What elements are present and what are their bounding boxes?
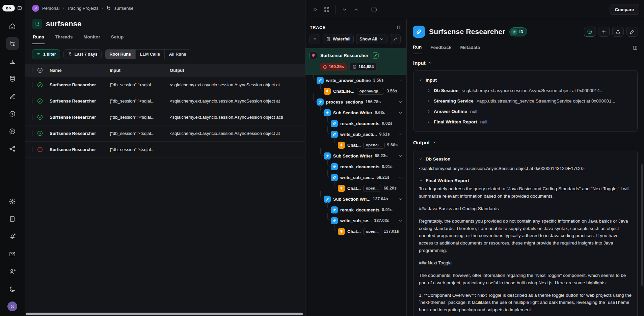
trace-node[interactable]: rerank_documents 0.01s	[305, 161, 406, 172]
trace-node[interactable]: ✳ ChatLite... openai/gp... 3.56s	[305, 86, 406, 96]
sidebar-item-annotation[interactable]	[6, 90, 19, 103]
trace-node[interactable]: write_sub_sec... 68.21s	[305, 172, 406, 183]
run-name[interactable]: Surfsense Researcher	[50, 82, 110, 87]
table-row[interactable]: Surfsense Researcher {"db_session":"<sql…	[25, 109, 305, 125]
output-section-header[interactable]: Output	[413, 140, 638, 145]
sidebar-item-monitoring[interactable]	[6, 55, 19, 67]
sidebar-item-datasets[interactable]	[6, 72, 19, 85]
sidebar-item-notifications[interactable]	[6, 230, 19, 243]
input-section-header[interactable]: Input	[413, 60, 638, 66]
sidebar-item-invite[interactable]	[6, 265, 19, 278]
next-run-button[interactable]	[340, 4, 350, 15]
filter-count-button[interactable]: 1 filter	[32, 49, 60, 59]
trace-node[interactable]: write_sub_se... 137.02s	[305, 215, 406, 226]
trace-filter-button[interactable]	[310, 34, 320, 44]
chevron-down-icon[interactable]	[398, 175, 403, 180]
segment-llm-calls[interactable]: LLM Calls	[136, 50, 165, 59]
chevron-down-icon[interactable]	[398, 100, 403, 104]
chevron-down-icon[interactable]	[398, 219, 403, 223]
collapse-panel-button[interactable]	[310, 4, 320, 15]
tab-setup[interactable]: Setup	[111, 34, 124, 44]
tab-monitor[interactable]: Monitor	[83, 34, 101, 44]
sidebar-item-deployments[interactable]	[6, 142, 19, 155]
share-run-button[interactable]	[612, 27, 624, 37]
chevron-down-icon[interactable]	[398, 111, 403, 115]
breadcrumb-tracing-projects[interactable]: Tracing Projects	[67, 6, 98, 11]
table-row[interactable]: Surfsense Researcher {"db_session":"<sql…	[25, 142, 305, 158]
sidebar-item-mail[interactable]	[6, 248, 19, 260]
column-header-output[interactable]: Output	[170, 68, 305, 73]
trace-node[interactable]: rerank_documents 0.01s	[305, 204, 406, 215]
tab-threads[interactable]: Threads	[55, 34, 73, 44]
waterfall-button[interactable]: Waterfall	[323, 34, 354, 44]
expand-fullscreen-button[interactable]	[322, 4, 332, 15]
input-field-row[interactable]: Final Written Report null	[419, 117, 632, 127]
sidebar-item-settings[interactable]	[6, 195, 19, 208]
trace-node[interactable]: Sub Section Writer 9.63s	[305, 107, 406, 118]
run-name[interactable]: Surfsense Researcher	[50, 115, 110, 120]
row-checkbox[interactable]	[32, 82, 32, 88]
split-view-icon[interactable]	[632, 45, 638, 51]
workspace-avatar[interactable]	[32, 5, 39, 12]
chevron-down-icon[interactable]	[398, 132, 403, 137]
chevron-down-icon[interactable]	[398, 197, 403, 201]
output-field-row[interactable]: Db Session	[419, 154, 632, 164]
segment-root-runs[interactable]: Root Runs	[105, 50, 136, 59]
row-checkbox[interactable]	[32, 98, 32, 104]
add-to-dataset-button[interactable]	[598, 27, 610, 37]
sidebar-item-playground[interactable]	[6, 125, 19, 138]
tab-runs[interactable]: Runs	[32, 34, 45, 44]
tab-feedback[interactable]: Feedback	[430, 45, 451, 54]
vertical-scrollbar[interactable]	[641, 164, 643, 286]
column-header-input[interactable]: Input	[110, 68, 170, 73]
horizontal-scrollbar[interactable]	[26, 313, 303, 315]
breadcrumb-personal[interactable]: Personal	[42, 6, 59, 11]
trace-node[interactable]: rerank_documents 0.02s	[305, 118, 406, 129]
chevron-down-icon[interactable]	[398, 78, 403, 83]
run-id-pill[interactable]: ID	[509, 27, 528, 36]
segment-all-runs[interactable]: All Runs	[165, 50, 191, 59]
collapse-tree-button[interactable]	[390, 34, 401, 44]
row-checkbox[interactable]	[32, 147, 32, 152]
theme-toggle[interactable]	[6, 283, 19, 295]
table-row[interactable]: Surfsense Researcher {"db_session":"<sql…	[25, 77, 305, 93]
sidebar-item-tracing[interactable]	[6, 37, 19, 50]
input-field-row[interactable]: Answer Outline null	[419, 106, 632, 117]
trace-node[interactable]: Sub Section Writer 68.23s	[305, 150, 406, 161]
sidebar-item-prompts[interactable]	[6, 107, 19, 120]
column-header-name[interactable]: Name	[50, 68, 110, 73]
annotate-button[interactable]	[626, 27, 638, 37]
tab-metadata[interactable]: Metadata	[460, 45, 480, 54]
input-field-row[interactable]: Db Session <sqlalchemy.ext.asyncio.sessi…	[419, 85, 632, 96]
trace-root-node[interactable]: Surfsense Researcher 160.35s 104,684	[305, 48, 406, 75]
breadcrumb-project[interactable]: surfsense	[114, 6, 133, 11]
sidebar-item-home[interactable]	[6, 20, 19, 32]
chevron-down-icon	[432, 140, 436, 144]
trace-node[interactable]: Sub Section Wri... 137.04s	[305, 194, 406, 204]
output-field-row[interactable]: Final Written Report	[419, 176, 632, 185]
run-name[interactable]: Surfsense Researcher	[50, 98, 110, 104]
sidebar-toggle-icon[interactable]	[17, 5, 22, 11]
tab-run[interactable]: Run	[413, 45, 422, 54]
trace-node[interactable]: write_sub_secti... 9.61s	[305, 129, 406, 140]
row-checkbox[interactable]	[32, 114, 32, 120]
select-all-checkbox[interactable]	[32, 67, 32, 73]
compare-button[interactable]: Compare	[610, 4, 639, 15]
previous-run-button[interactable]	[351, 4, 361, 15]
chevron-down-icon[interactable]	[398, 154, 403, 158]
langsmith-logo[interactable]	[2, 5, 15, 11]
run-name[interactable]: Surfsense Researcher	[50, 131, 110, 136]
user-avatar[interactable]	[7, 301, 17, 311]
open-in-playground-button[interactable]	[584, 27, 595, 37]
input-root-row[interactable]: Input	[419, 75, 632, 85]
trace-node[interactable]: ✳ Chat... open... 137.01s	[305, 226, 406, 237]
show-all-dropdown[interactable]: Show All	[356, 34, 387, 44]
table-row[interactable]: Surfsense Researcher {"db_session":"<sql…	[25, 125, 305, 142]
table-row[interactable]: Surfsense Researcher {"db_session":"<sql…	[25, 93, 305, 109]
row-checkbox[interactable]	[32, 131, 32, 136]
split-view-icon[interactable]	[396, 25, 402, 30]
date-range-button[interactable]: Last 7 days	[63, 49, 102, 59]
run-name[interactable]: Surfsense Researcher	[50, 147, 110, 152]
sidebar-item-docs[interactable]	[6, 212, 19, 225]
input-field-row[interactable]: Streaming Service <app.utils.streaming_s…	[419, 96, 632, 106]
